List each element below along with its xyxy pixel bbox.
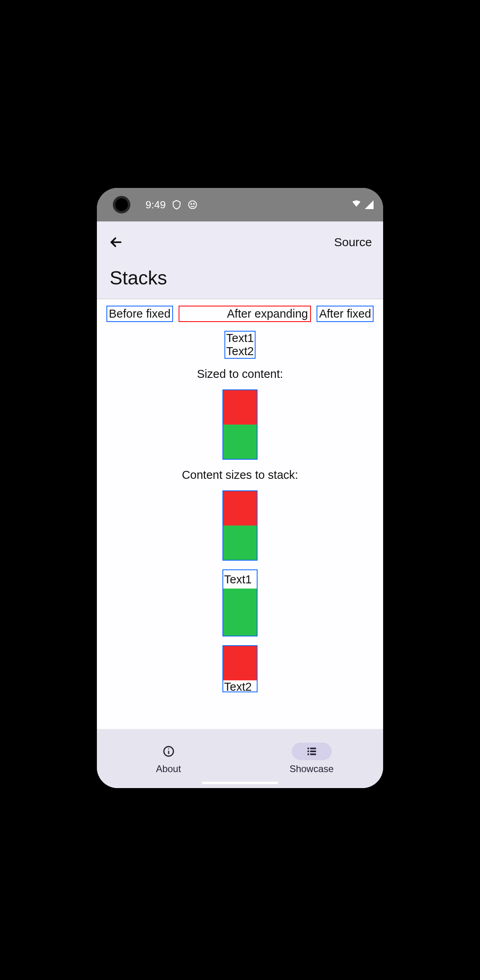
- red-block: [223, 390, 257, 425]
- text-stack-item: Text1: [225, 332, 254, 345]
- list-icon: [292, 743, 332, 760]
- svg-rect-10: [307, 753, 309, 755]
- label-content-sizes-to-stack: Content sizes to stack:: [182, 468, 298, 482]
- text-block-cut: Text2: [223, 680, 257, 692]
- svg-rect-11: [310, 753, 316, 755]
- text-stack-item: Text2: [225, 345, 254, 358]
- info-icon: [149, 743, 189, 760]
- bottom-nav: About Showcase: [97, 729, 383, 788]
- status-time: 9:49: [146, 199, 166, 211]
- svg-point-5: [168, 749, 169, 750]
- source-link[interactable]: Source: [334, 235, 372, 249]
- color-stack-1: [222, 389, 258, 460]
- color-stack-2: [222, 490, 258, 561]
- app-bar-top: Source: [108, 232, 372, 253]
- red-text-stack-partial: Text2: [222, 645, 258, 692]
- text-block: Text1: [223, 570, 257, 589]
- text-green-stack: Text1: [222, 569, 258, 636]
- after-fixed-box: After fixed: [317, 306, 374, 322]
- before-fixed-box: Before fixed: [106, 306, 173, 322]
- device-frame: 9:49 Source: [87, 177, 393, 803]
- red-block: [223, 646, 257, 680]
- face-icon: [187, 200, 198, 210]
- green-block: [223, 526, 257, 560]
- svg-point-1: [191, 204, 191, 204]
- green-block: [223, 589, 257, 636]
- camera-hole: [113, 196, 130, 213]
- svg-rect-8: [307, 751, 309, 752]
- nav-label: Showcase: [289, 763, 334, 775]
- svg-point-0: [189, 201, 197, 209]
- after-expanding-box: After expanding: [179, 306, 311, 322]
- screen: 9:49 Source: [97, 188, 383, 788]
- svg-point-2: [193, 204, 194, 204]
- row-demo: Before fixed After expanding After fixed: [106, 306, 374, 322]
- shield-icon: [171, 200, 182, 210]
- svg-rect-6: [307, 748, 309, 749]
- content-area[interactable]: Before fixed After expanding After fixed…: [97, 299, 383, 729]
- status-right: [350, 199, 374, 211]
- svg-rect-7: [310, 748, 316, 749]
- nav-label: About: [156, 763, 181, 775]
- label-sized-to-content: Sized to content:: [197, 368, 283, 381]
- gesture-handle[interactable]: [202, 782, 278, 784]
- green-block: [223, 425, 257, 459]
- nav-showcase[interactable]: Showcase: [240, 743, 383, 775]
- status-bar: 9:49: [97, 188, 383, 221]
- nav-about[interactable]: About: [97, 743, 240, 775]
- red-block: [223, 491, 257, 526]
- page-title: Stacks: [110, 267, 372, 289]
- wifi-icon: [350, 199, 362, 211]
- svg-rect-9: [310, 751, 316, 752]
- signal-icon: [365, 200, 374, 209]
- status-left: 9:49: [146, 199, 198, 211]
- back-button[interactable]: [108, 234, 124, 250]
- text-stack: Text1 Text2: [224, 331, 255, 359]
- app-bar: Source Stacks: [97, 221, 383, 299]
